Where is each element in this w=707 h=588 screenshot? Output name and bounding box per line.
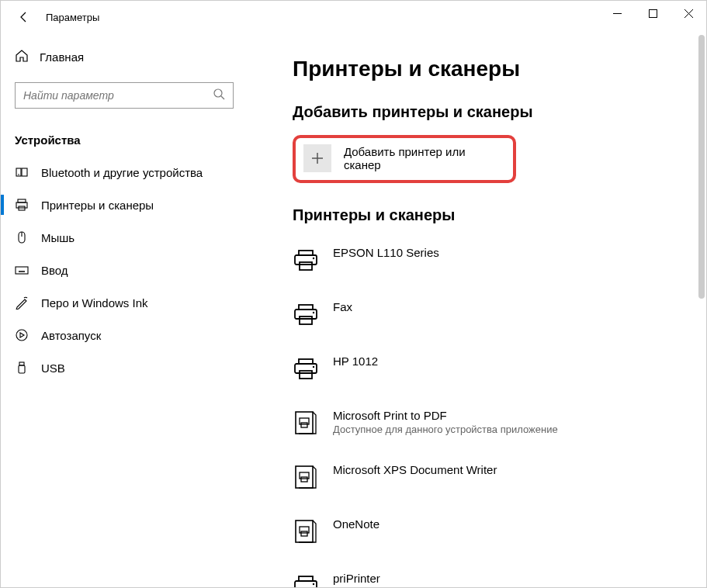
sidebar-item-label: Автозапуск	[41, 329, 101, 342]
printer-name: EPSON L110 Series	[333, 246, 439, 259]
svg-point-36	[313, 366, 314, 368]
printer-item[interactable]: HP 1012	[293, 347, 678, 401]
svg-point-49	[313, 583, 314, 585]
printer-icon	[293, 247, 319, 274]
sidebar-item-label: Мышь	[41, 231, 75, 244]
printer-icon	[293, 302, 319, 328]
sidebar-item-label: Bluetooth и другие устройства	[41, 166, 203, 179]
minimize-button[interactable]	[599, 1, 635, 26]
svg-rect-14	[16, 267, 28, 274]
add-printer-button[interactable]: Добавить принтер или сканер	[293, 135, 516, 183]
search-input[interactable]	[23, 89, 213, 102]
sidebar: Главная Устройства Bluetooth и другие ус…	[1, 33, 249, 587]
printer-icon	[293, 356, 319, 382]
svg-rect-34	[295, 364, 317, 373]
svg-rect-35	[300, 371, 312, 379]
svg-rect-42	[301, 477, 307, 482]
svg-rect-1	[649, 9, 657, 17]
svg-point-32	[313, 312, 314, 313]
svg-rect-22	[19, 365, 25, 373]
close-button[interactable]	[671, 1, 706, 26]
printer-item[interactable]: Microsoft XPS Document Writer	[293, 455, 678, 510]
sidebar-item-keyboard[interactable]: Ввод	[1, 254, 249, 286]
svg-rect-30	[295, 310, 317, 319]
sidebar-item-label: USB	[41, 361, 65, 375]
sidebar-item-usb[interactable]: USB	[1, 351, 249, 384]
printer-item[interactable]: EPSON L110 Series	[293, 238, 678, 292]
svg-rect-31	[300, 316, 312, 324]
printer-icon	[15, 198, 29, 212]
printer-item[interactable]: Microsoft Print to PDFДоступное для данн…	[293, 401, 678, 455]
scrollbar-thumb[interactable]	[698, 35, 705, 299]
sidebar-item-mouse[interactable]: Мышь	[1, 221, 249, 254]
printer-name: priPrinter	[333, 572, 380, 585]
add-printer-label: Добавить принтер или сканер	[344, 145, 505, 171]
virtual-printer-icon	[293, 410, 319, 437]
sidebar-item-bluetooth[interactable]: Bluetooth и другие устройства	[1, 156, 249, 189]
printer-item[interactable]: priPrinter	[293, 564, 678, 587]
sidebar-item-autoplay[interactable]: Автозапуск	[1, 319, 249, 351]
keyboard-icon	[15, 263, 29, 277]
window-title: Параметры	[46, 12, 99, 23]
sidebar-section-title: Устройства	[1, 124, 249, 156]
svg-rect-10	[16, 202, 27, 208]
svg-rect-46	[299, 576, 313, 581]
mouse-icon	[15, 230, 29, 244]
printer-name: OneNote	[333, 517, 379, 531]
printer-item[interactable]: Fax	[293, 292, 678, 347]
svg-line-5	[221, 96, 224, 99]
svg-rect-27	[300, 262, 312, 270]
back-button[interactable]	[9, 2, 40, 33]
svg-point-8	[18, 174, 19, 175]
printer-list-title: Принтеры и сканеры	[293, 206, 678, 224]
sidebar-home[interactable]: Главная	[1, 41, 249, 73]
svg-point-28	[313, 258, 314, 259]
svg-rect-21	[19, 362, 24, 365]
printer-item[interactable]: OneNote	[293, 510, 678, 564]
usb-icon	[15, 361, 29, 375]
sidebar-item-label: Принтеры и сканеры	[41, 199, 154, 212]
printer-name: Microsoft XPS Document Writer	[333, 463, 497, 476]
svg-rect-7	[22, 168, 27, 176]
sidebar-item-label: Перо и Windows Ink	[41, 296, 148, 310]
svg-point-4	[214, 89, 222, 97]
search-box[interactable]	[15, 82, 234, 109]
scrollbar[interactable]	[698, 35, 705, 586]
home-icon	[15, 49, 29, 65]
printer-name: Fax	[333, 300, 352, 313]
sidebar-item-label: Ввод	[41, 264, 68, 277]
page-title: Принтеры и сканеры	[293, 57, 678, 81]
sidebar-item-printer[interactable]: Принтеры и сканеры	[1, 189, 249, 221]
svg-rect-45	[301, 531, 307, 536]
autoplay-icon	[15, 328, 29, 342]
virtual-printer-icon	[293, 519, 319, 545]
maximize-button[interactable]	[635, 1, 671, 26]
printer-name: Microsoft Print to PDF	[333, 409, 558, 422]
search-icon	[213, 88, 225, 103]
titlebar: Параметры	[1, 1, 706, 33]
svg-rect-39	[301, 423, 307, 427]
virtual-printer-icon	[293, 465, 319, 491]
bluetooth-icon	[15, 165, 29, 179]
pen-icon	[15, 296, 29, 310]
printer-icon	[293, 573, 319, 587]
add-section-title: Добавить принтеры и сканеры	[293, 103, 678, 121]
svg-rect-26	[295, 255, 317, 265]
window-controls	[599, 1, 706, 26]
plus-icon	[303, 144, 331, 172]
main-content: Принтеры и сканеры Добавить принтеры и с…	[249, 33, 706, 587]
sidebar-home-label: Главная	[40, 50, 84, 64]
svg-point-20	[16, 330, 27, 341]
sidebar-item-pen[interactable]: Перо и Windows Ink	[1, 286, 249, 319]
printer-subtitle: Доступное для данного устройства приложе…	[333, 424, 558, 435]
printer-name: HP 1012	[333, 355, 378, 368]
svg-rect-9	[18, 199, 26, 202]
